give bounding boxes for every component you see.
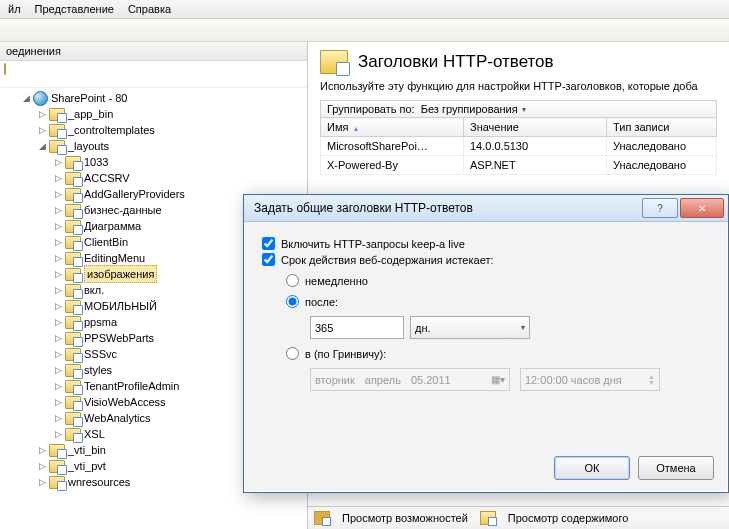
folder-icon (65, 428, 81, 441)
folder-icon (49, 460, 65, 473)
col-value[interactable]: Значение (464, 118, 607, 137)
folder-icon (65, 156, 81, 169)
folder-icon (49, 140, 65, 153)
cell: ASP.NET (464, 156, 607, 175)
expander-icon[interactable]: ▷ (54, 362, 63, 378)
expander-icon[interactable]: ▷ (54, 426, 63, 442)
folder-icon (49, 444, 65, 457)
tree-label: вкл. (84, 282, 104, 298)
expander-icon[interactable]: ▷ (38, 442, 47, 458)
tree-node[interactable]: ◢_layouts (0, 138, 307, 154)
folder-icon (65, 172, 81, 185)
tree-label: VisioWebAccess (84, 394, 166, 410)
expander-icon[interactable]: ▷ (54, 250, 63, 266)
tree-label: _layouts (68, 138, 109, 154)
expander-icon[interactable]: ▷ (54, 154, 63, 170)
tree-label: AddGalleryProviders (84, 186, 185, 202)
expander-icon[interactable]: ▷ (54, 234, 63, 250)
expander-icon[interactable]: ▷ (54, 298, 63, 314)
menu-view[interactable]: Представление (35, 3, 114, 15)
tree-node[interactable]: ▷1033 (0, 154, 307, 170)
expire-checkbox[interactable] (262, 253, 275, 266)
tree-label: _controltemplates (68, 122, 155, 138)
tree-label: ACCSRV (84, 170, 130, 186)
ok-button[interactable]: ОК (554, 456, 630, 480)
keepalive-checkbox[interactable] (262, 237, 275, 250)
tree-label: _app_bin (68, 106, 113, 122)
after-unit-combo[interactable]: дн. (410, 316, 530, 339)
table-row[interactable]: MicrosoftSharePoi…14.0.0.5130Унаследован… (321, 137, 717, 156)
radio-gmt[interactable] (286, 347, 299, 360)
connections-toolbar (0, 61, 307, 88)
tree-label: SharePoint - 80 (51, 90, 127, 106)
expander-icon[interactable]: ▷ (54, 282, 63, 298)
folder-icon (65, 284, 81, 297)
expander-icon[interactable]: ▷ (38, 458, 47, 474)
folder-icon (65, 412, 81, 425)
expander-icon[interactable]: ▷ (54, 314, 63, 330)
tree-label: EditingMenu (84, 250, 145, 266)
after-value-input[interactable] (310, 316, 404, 339)
expander-icon[interactable]: ▷ (38, 122, 47, 138)
globe-icon (33, 91, 48, 106)
spinner-icon: ▲▼ (648, 374, 655, 386)
features-view-label[interactable]: Просмотр возможностей (342, 512, 468, 524)
tree-label: XSL (84, 426, 105, 442)
tree-node[interactable]: ▷_app_bin (0, 106, 307, 122)
expander-icon[interactable]: ▷ (38, 474, 47, 490)
content-view-label[interactable]: Просмотр содержимого (508, 512, 629, 524)
cell: Унаследовано (607, 156, 717, 175)
expander-icon[interactable]: ▷ (38, 106, 47, 122)
folder-icon (65, 220, 81, 233)
content-view-icon[interactable] (480, 511, 496, 525)
cancel-button[interactable]: Отмена (638, 456, 714, 480)
group-dropdown[interactable]: Без группирования (421, 103, 526, 115)
close-button[interactable]: ✕ (680, 198, 724, 218)
headers-table: Имя Значение Тип записи MicrosoftSharePo… (320, 117, 717, 175)
time-picker: 12:00:00 часов дня ▲▼ (520, 368, 660, 391)
expander-icon[interactable]: ▷ (54, 170, 63, 186)
folder-icon (65, 396, 81, 409)
folder-icon (65, 332, 81, 345)
expander-icon[interactable]: ▷ (54, 266, 63, 282)
radio-gmt-label: в (по Гринвичу): (305, 348, 386, 360)
table-row[interactable]: X-Powered-ByASP.NETУнаследовано (321, 156, 717, 175)
toolbar (0, 19, 729, 42)
keepalive-label: Включить HTTP-запросы keep-a live (281, 238, 465, 250)
tree-label: 1033 (84, 154, 108, 170)
radio-after[interactable] (286, 295, 299, 308)
tree-label: TenantProfileAdmin (84, 378, 179, 394)
tree-node[interactable]: ▷ACCSRV (0, 170, 307, 186)
expander-icon[interactable]: ▷ (54, 186, 63, 202)
radio-immediate[interactable] (286, 274, 299, 287)
folder-icon (65, 268, 81, 281)
help-button[interactable]: ? (642, 198, 678, 218)
expander-icon[interactable]: ◢ (38, 138, 47, 154)
tree-label: _vti_bin (68, 442, 106, 458)
expander-icon[interactable]: ▷ (54, 346, 63, 362)
tree-label: МОБИЛЬНЫЙ (84, 298, 157, 314)
tree-node[interactable]: ◢SharePoint - 80 (0, 90, 307, 106)
expander-icon[interactable]: ▷ (54, 410, 63, 426)
menu-file[interactable]: йл (8, 3, 21, 15)
tree-label: WebAnalytics (84, 410, 150, 426)
expander-icon[interactable]: ▷ (54, 330, 63, 346)
folder-icon (65, 364, 81, 377)
tree-label: Диаграмма (84, 218, 141, 234)
col-name[interactable]: Имя (321, 118, 464, 137)
expander-icon[interactable]: ◢ (22, 90, 31, 106)
tree-label: PPSWebParts (84, 330, 154, 346)
tree-label: wnresources (68, 474, 130, 490)
expander-icon[interactable]: ▷ (54, 378, 63, 394)
expander-icon[interactable]: ▷ (54, 202, 63, 218)
expander-icon[interactable]: ▷ (54, 218, 63, 234)
expander-icon[interactable]: ▷ (54, 394, 63, 410)
radio-after-label: после: (305, 296, 338, 308)
folder-icon (65, 380, 81, 393)
menu-help[interactable]: Справка (128, 3, 171, 15)
tree-node[interactable]: ▷_controltemplates (0, 122, 307, 138)
col-type[interactable]: Тип записи (607, 118, 717, 137)
folder-icon (65, 300, 81, 313)
group-bar: Группировать по: Без группирования (320, 100, 717, 118)
features-view-icon[interactable] (314, 511, 330, 525)
